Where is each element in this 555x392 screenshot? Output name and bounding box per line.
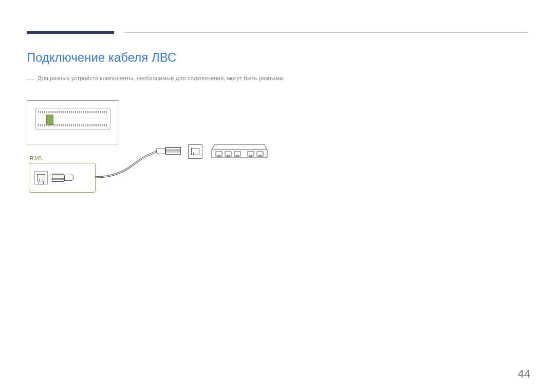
cable-connector-right: [156, 145, 187, 157]
device-strip-top: [38, 111, 108, 113]
network-hub-device: [211, 142, 268, 159]
note-text: Для разных устройств компоненты, необход…: [38, 74, 285, 84]
section-title: Подключение кабеля ЛВС: [27, 50, 176, 65]
svg-rect-6: [236, 155, 238, 157]
device-back-panel: [27, 100, 119, 144]
page-number: 44: [518, 367, 530, 381]
rj45-closeup-box: [29, 163, 96, 193]
svg-rect-10: [259, 155, 261, 157]
hub-port-closeup: [188, 144, 202, 159]
note-dash: ―: [27, 74, 34, 84]
svg-rect-4: [227, 155, 229, 157]
note-block: ― Для разных устройств компоненты, необх…: [27, 74, 325, 84]
header-accent-bar: [27, 31, 114, 34]
connection-diagram: RJ45: [27, 100, 268, 203]
header-divider-line: [124, 32, 528, 33]
device-inner-panel: [35, 108, 110, 129]
ethernet-port-icon: [34, 171, 48, 184]
rj45-label: RJ45: [30, 156, 42, 161]
cable-connector-left: [52, 172, 75, 183]
device-highlight-port: [46, 115, 53, 125]
page-header-rule: [27, 31, 528, 37]
svg-rect-8: [250, 155, 252, 157]
svg-rect-2: [218, 155, 220, 157]
